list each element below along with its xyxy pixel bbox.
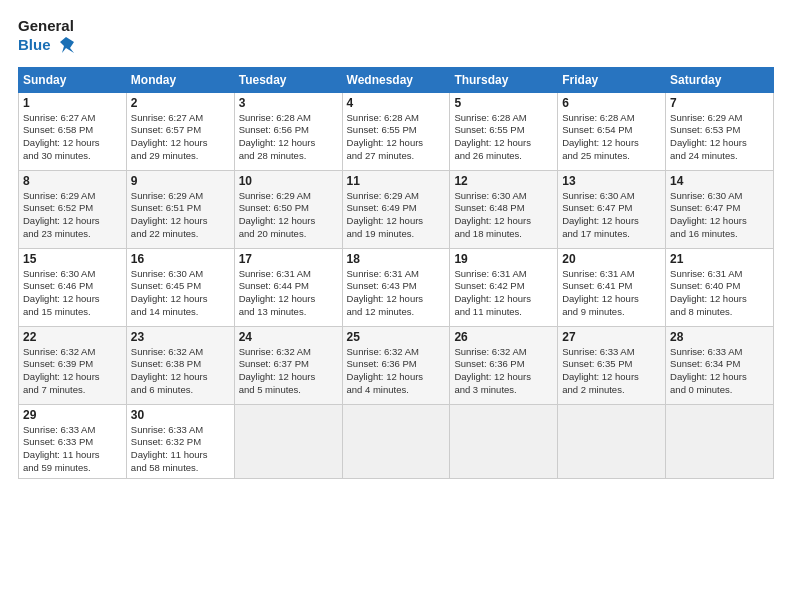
calendar-cell: 20Sunrise: 6:31 AM Sunset: 6:41 PM Dayli… xyxy=(558,248,666,326)
calendar-cell: 8Sunrise: 6:29 AM Sunset: 6:52 PM Daylig… xyxy=(19,170,127,248)
day-info: Sunrise: 6:32 AM Sunset: 6:36 PM Dayligh… xyxy=(347,346,446,397)
calendar-cell: 6Sunrise: 6:28 AM Sunset: 6:54 PM Daylig… xyxy=(558,92,666,170)
day-info: Sunrise: 6:33 AM Sunset: 6:34 PM Dayligh… xyxy=(670,346,769,397)
weekday-header: Monday xyxy=(126,67,234,92)
calendar-cell: 24Sunrise: 6:32 AM Sunset: 6:37 PM Dayli… xyxy=(234,326,342,404)
day-number: 1 xyxy=(23,96,122,110)
day-number: 8 xyxy=(23,174,122,188)
day-info: Sunrise: 6:30 AM Sunset: 6:48 PM Dayligh… xyxy=(454,190,553,241)
logo-blue: Blue xyxy=(18,35,76,57)
day-number: 13 xyxy=(562,174,661,188)
logo-container: General Blue xyxy=(18,18,76,57)
day-number: 23 xyxy=(131,330,230,344)
day-number: 5 xyxy=(454,96,553,110)
day-number: 9 xyxy=(131,174,230,188)
day-info: Sunrise: 6:31 AM Sunset: 6:44 PM Dayligh… xyxy=(239,268,338,319)
calendar-cell: 7Sunrise: 6:29 AM Sunset: 6:53 PM Daylig… xyxy=(666,92,774,170)
day-info: Sunrise: 6:32 AM Sunset: 6:37 PM Dayligh… xyxy=(239,346,338,397)
calendar-cell: 14Sunrise: 6:30 AM Sunset: 6:47 PM Dayli… xyxy=(666,170,774,248)
day-number: 20 xyxy=(562,252,661,266)
calendar-cell xyxy=(234,404,342,478)
weekday-header: Saturday xyxy=(666,67,774,92)
calendar-cell: 13Sunrise: 6:30 AM Sunset: 6:47 PM Dayli… xyxy=(558,170,666,248)
calendar-cell: 10Sunrise: 6:29 AM Sunset: 6:50 PM Dayli… xyxy=(234,170,342,248)
calendar-cell xyxy=(342,404,450,478)
calendar-page: General Blue SundayMondayTuesdayWednesda… xyxy=(0,0,792,612)
day-number: 16 xyxy=(131,252,230,266)
day-number: 3 xyxy=(239,96,338,110)
calendar-cell: 28Sunrise: 6:33 AM Sunset: 6:34 PM Dayli… xyxy=(666,326,774,404)
day-info: Sunrise: 6:33 AM Sunset: 6:33 PM Dayligh… xyxy=(23,424,122,475)
day-info: Sunrise: 6:33 AM Sunset: 6:35 PM Dayligh… xyxy=(562,346,661,397)
svg-marker-0 xyxy=(60,37,74,53)
day-info: Sunrise: 6:29 AM Sunset: 6:50 PM Dayligh… xyxy=(239,190,338,241)
calendar-cell: 16Sunrise: 6:30 AM Sunset: 6:45 PM Dayli… xyxy=(126,248,234,326)
day-number: 6 xyxy=(562,96,661,110)
calendar-cell: 27Sunrise: 6:33 AM Sunset: 6:35 PM Dayli… xyxy=(558,326,666,404)
day-info: Sunrise: 6:30 AM Sunset: 6:47 PM Dayligh… xyxy=(670,190,769,241)
weekday-header: Wednesday xyxy=(342,67,450,92)
calendar-table: SundayMondayTuesdayWednesdayThursdayFrid… xyxy=(18,67,774,479)
calendar-cell: 15Sunrise: 6:30 AM Sunset: 6:46 PM Dayli… xyxy=(19,248,127,326)
day-info: Sunrise: 6:31 AM Sunset: 6:41 PM Dayligh… xyxy=(562,268,661,319)
day-number: 15 xyxy=(23,252,122,266)
calendar-cell: 19Sunrise: 6:31 AM Sunset: 6:42 PM Dayli… xyxy=(450,248,558,326)
day-info: Sunrise: 6:27 AM Sunset: 6:57 PM Dayligh… xyxy=(131,112,230,163)
day-info: Sunrise: 6:29 AM Sunset: 6:52 PM Dayligh… xyxy=(23,190,122,241)
calendar-cell: 25Sunrise: 6:32 AM Sunset: 6:36 PM Dayli… xyxy=(342,326,450,404)
logo-bird-icon xyxy=(54,35,76,57)
day-number: 14 xyxy=(670,174,769,188)
day-info: Sunrise: 6:30 AM Sunset: 6:46 PM Dayligh… xyxy=(23,268,122,319)
calendar-cell: 11Sunrise: 6:29 AM Sunset: 6:49 PM Dayli… xyxy=(342,170,450,248)
day-number: 25 xyxy=(347,330,446,344)
day-info: Sunrise: 6:28 AM Sunset: 6:56 PM Dayligh… xyxy=(239,112,338,163)
day-info: Sunrise: 6:32 AM Sunset: 6:38 PM Dayligh… xyxy=(131,346,230,397)
day-number: 19 xyxy=(454,252,553,266)
calendar-cell: 18Sunrise: 6:31 AM Sunset: 6:43 PM Dayli… xyxy=(342,248,450,326)
day-info: Sunrise: 6:28 AM Sunset: 6:55 PM Dayligh… xyxy=(347,112,446,163)
day-number: 18 xyxy=(347,252,446,266)
day-number: 26 xyxy=(454,330,553,344)
calendar-cell: 23Sunrise: 6:32 AM Sunset: 6:38 PM Dayli… xyxy=(126,326,234,404)
calendar-cell: 2Sunrise: 6:27 AM Sunset: 6:57 PM Daylig… xyxy=(126,92,234,170)
day-info: Sunrise: 6:32 AM Sunset: 6:36 PM Dayligh… xyxy=(454,346,553,397)
calendar-cell: 30Sunrise: 6:33 AM Sunset: 6:32 PM Dayli… xyxy=(126,404,234,478)
calendar-cell xyxy=(558,404,666,478)
logo: General Blue xyxy=(18,18,76,57)
day-info: Sunrise: 6:28 AM Sunset: 6:55 PM Dayligh… xyxy=(454,112,553,163)
day-number: 4 xyxy=(347,96,446,110)
calendar-cell: 9Sunrise: 6:29 AM Sunset: 6:51 PM Daylig… xyxy=(126,170,234,248)
weekday-header: Thursday xyxy=(450,67,558,92)
header: General Blue xyxy=(18,18,774,57)
day-info: Sunrise: 6:27 AM Sunset: 6:58 PM Dayligh… xyxy=(23,112,122,163)
day-info: Sunrise: 6:30 AM Sunset: 6:47 PM Dayligh… xyxy=(562,190,661,241)
calendar-cell: 29Sunrise: 6:33 AM Sunset: 6:33 PM Dayli… xyxy=(19,404,127,478)
day-number: 28 xyxy=(670,330,769,344)
day-number: 2 xyxy=(131,96,230,110)
calendar-cell xyxy=(666,404,774,478)
day-info: Sunrise: 6:31 AM Sunset: 6:42 PM Dayligh… xyxy=(454,268,553,319)
day-info: Sunrise: 6:31 AM Sunset: 6:43 PM Dayligh… xyxy=(347,268,446,319)
day-number: 24 xyxy=(239,330,338,344)
day-info: Sunrise: 6:28 AM Sunset: 6:54 PM Dayligh… xyxy=(562,112,661,163)
day-number: 27 xyxy=(562,330,661,344)
day-info: Sunrise: 6:29 AM Sunset: 6:53 PM Dayligh… xyxy=(670,112,769,163)
calendar-cell: 4Sunrise: 6:28 AM Sunset: 6:55 PM Daylig… xyxy=(342,92,450,170)
calendar-cell: 17Sunrise: 6:31 AM Sunset: 6:44 PM Dayli… xyxy=(234,248,342,326)
day-info: Sunrise: 6:33 AM Sunset: 6:32 PM Dayligh… xyxy=(131,424,230,475)
day-number: 11 xyxy=(347,174,446,188)
calendar-cell: 21Sunrise: 6:31 AM Sunset: 6:40 PM Dayli… xyxy=(666,248,774,326)
day-number: 29 xyxy=(23,408,122,422)
calendar-cell: 26Sunrise: 6:32 AM Sunset: 6:36 PM Dayli… xyxy=(450,326,558,404)
calendar-cell: 3Sunrise: 6:28 AM Sunset: 6:56 PM Daylig… xyxy=(234,92,342,170)
day-info: Sunrise: 6:32 AM Sunset: 6:39 PM Dayligh… xyxy=(23,346,122,397)
day-number: 17 xyxy=(239,252,338,266)
day-number: 22 xyxy=(23,330,122,344)
weekday-header: Friday xyxy=(558,67,666,92)
calendar-cell xyxy=(450,404,558,478)
day-info: Sunrise: 6:31 AM Sunset: 6:40 PM Dayligh… xyxy=(670,268,769,319)
calendar-cell: 22Sunrise: 6:32 AM Sunset: 6:39 PM Dayli… xyxy=(19,326,127,404)
weekday-header: Tuesday xyxy=(234,67,342,92)
day-info: Sunrise: 6:29 AM Sunset: 6:51 PM Dayligh… xyxy=(131,190,230,241)
weekday-header: Sunday xyxy=(19,67,127,92)
